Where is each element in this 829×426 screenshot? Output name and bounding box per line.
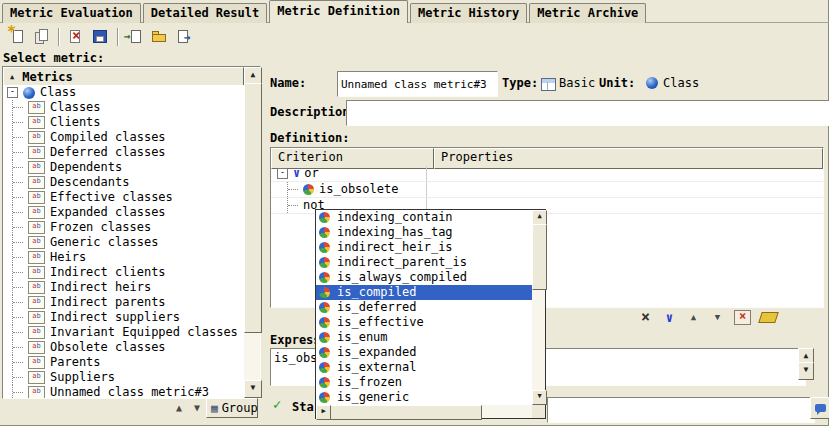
criterion-dropdown-list: indexing_containindexing_has_tagindirect… bbox=[316, 210, 532, 405]
tree-connector bbox=[12, 220, 25, 235]
tree-item[interactable]: Indirect heirs bbox=[3, 280, 244, 295]
save-metric-button[interactable] bbox=[88, 26, 113, 48]
scroll-right-icon[interactable]: ▶ bbox=[316, 405, 331, 420]
tree-item[interactable]: Classes bbox=[3, 100, 244, 115]
open-metrics-button[interactable] bbox=[147, 26, 172, 48]
dropdown-item[interactable]: is_frozen bbox=[316, 375, 532, 390]
tree-item[interactable]: Descendants bbox=[3, 175, 244, 190]
dropdown-item-label: is_generic bbox=[337, 390, 409, 405]
scroll-up-icon[interactable]: ▲ bbox=[532, 210, 547, 225]
scroll-thumb[interactable] bbox=[244, 83, 262, 333]
tree-item[interactable]: Frozen classes bbox=[3, 220, 244, 235]
dropdown-item[interactable]: indirect_heir_is bbox=[316, 240, 532, 255]
swap-button[interactable] bbox=[638, 309, 653, 326]
metric-icon bbox=[28, 281, 45, 294]
tree-item-class[interactable]: -Class bbox=[3, 85, 244, 100]
dropdown-item[interactable]: is_external bbox=[316, 360, 532, 375]
metric-tree-header[interactable]: ▲ Metrics bbox=[3, 67, 244, 87]
move-up-button[interactable] bbox=[686, 309, 701, 326]
criterion-icon bbox=[319, 287, 330, 298]
delete-button[interactable] bbox=[734, 310, 751, 325]
tree-item-label: Dependents bbox=[50, 160, 122, 175]
criterion-icon bbox=[319, 347, 330, 358]
tree-item[interactable]: Indirect suppliers bbox=[3, 310, 244, 325]
tree-item[interactable]: Indirect parents bbox=[3, 295, 244, 310]
tree-item[interactable]: Clients bbox=[3, 115, 244, 130]
definition-row[interactable]: -∨or bbox=[271, 166, 823, 182]
tree-item[interactable]: Obsolete classes bbox=[3, 340, 244, 355]
tree-item[interactable]: Unnamed class metric#3 bbox=[3, 385, 244, 398]
move-down-button[interactable] bbox=[710, 309, 725, 326]
dropdown-vertical-scrollbar[interactable]: ▲ ▼ bbox=[532, 210, 545, 405]
tree-item[interactable]: Parents bbox=[3, 355, 244, 370]
group-button[interactable]: ▦ Group bbox=[206, 398, 258, 418]
tree-item[interactable]: Generic classes bbox=[3, 235, 244, 250]
grid-icon: ▦ bbox=[211, 403, 218, 414]
dropdown-item[interactable]: indirect_parent_is bbox=[316, 255, 532, 270]
dropdown-item[interactable]: indexing_contain bbox=[316, 210, 532, 225]
tree-item-label: Deferred classes bbox=[50, 145, 166, 160]
criterion-icon bbox=[319, 212, 330, 223]
eraser-button[interactable] bbox=[758, 312, 779, 323]
definition-row[interactable]: is_obsolete bbox=[271, 182, 823, 198]
or-button[interactable] bbox=[662, 309, 677, 326]
tab-metric-history[interactable]: Metric History bbox=[410, 3, 527, 23]
or-operator-icon: ∨ bbox=[293, 166, 300, 181]
dropdown-horizontal-scrollbar[interactable]: ◀ ▶ bbox=[316, 405, 532, 418]
unit-label: Unit: bbox=[599, 76, 635, 91]
tree-item[interactable]: Dependents bbox=[3, 160, 244, 175]
scroll-down-icon[interactable]: ▼ bbox=[532, 390, 547, 405]
tab-metric-definition[interactable]: Metric Definition bbox=[269, 0, 408, 23]
dropdown-item-label: is_deferred bbox=[337, 300, 416, 315]
dropdown-item[interactable]: indexing_has_tag bbox=[316, 225, 532, 240]
criterion-dropdown: indexing_containindexing_has_tagindirect… bbox=[315, 209, 546, 419]
metric-tree-scrollbar[interactable]: ▲ ▼ bbox=[244, 67, 260, 398]
tree-item[interactable]: Suppliers bbox=[3, 370, 244, 385]
scroll-thumb[interactable] bbox=[532, 224, 547, 290]
name-input[interactable] bbox=[337, 71, 498, 97]
copy-metric-button[interactable] bbox=[29, 26, 54, 48]
tab-metric-archive[interactable]: Metric Archive bbox=[529, 3, 646, 23]
tab-detailed-result[interactable]: Detailed Result bbox=[143, 3, 267, 23]
import-metrics-button[interactable] bbox=[122, 26, 147, 48]
tab-metric-evaluation[interactable]: Metric Evaluation bbox=[2, 3, 141, 23]
tree-item-label: Compiled classes bbox=[50, 130, 166, 145]
tree-item[interactable]: Indirect clients bbox=[3, 265, 244, 280]
description-input[interactable] bbox=[346, 100, 829, 126]
scroll-down-icon[interactable]: ▼ bbox=[798, 362, 814, 380]
collapse-icon[interactable]: - bbox=[7, 87, 18, 98]
comment-button[interactable] bbox=[810, 397, 829, 419]
move-metric-down-button[interactable]: ▼ bbox=[189, 400, 205, 416]
name-label: Name: bbox=[270, 76, 306, 91]
tree-item[interactable]: Expanded classes bbox=[3, 205, 244, 220]
delete-metric-button[interactable] bbox=[63, 26, 88, 48]
new-metric-button[interactable] bbox=[4, 26, 29, 48]
status-input[interactable] bbox=[547, 397, 815, 423]
move-metric-up-button[interactable]: ▲ bbox=[171, 400, 187, 416]
dropdown-item[interactable]: is_expanded bbox=[316, 345, 532, 360]
tree-item[interactable]: Deferred classes bbox=[3, 145, 244, 160]
export-metrics-button[interactable] bbox=[172, 26, 197, 48]
dropdown-item[interactable]: is_compiled bbox=[316, 285, 532, 300]
dropdown-item-label: indirect_parent_is bbox=[337, 255, 467, 270]
tree-item[interactable]: Invariant Equipped classes bbox=[3, 325, 244, 340]
tree-item[interactable]: Heirs bbox=[3, 250, 244, 265]
tree-connector bbox=[12, 130, 25, 145]
collapse-icon[interactable]: - bbox=[277, 168, 288, 179]
new-metric-icon bbox=[8, 29, 25, 45]
scroll-down-icon[interactable]: ▼ bbox=[244, 380, 262, 398]
tree-item[interactable]: Compiled classes bbox=[3, 130, 244, 145]
dropdown-item[interactable]: is_effective bbox=[316, 315, 532, 330]
tree-connector bbox=[12, 205, 25, 220]
metric-icon bbox=[28, 236, 45, 249]
description-label: Description: bbox=[270, 105, 357, 120]
scroll-thumb[interactable] bbox=[330, 405, 482, 420]
expression-scrollbar[interactable]: ▲ ▼ bbox=[798, 348, 812, 380]
dropdown-item[interactable]: is_generic bbox=[316, 390, 532, 405]
dropdown-item[interactable]: is_always_compiled bbox=[316, 270, 532, 285]
tree-item[interactable]: Effective classes bbox=[3, 190, 244, 205]
dropdown-item[interactable]: is_deferred bbox=[316, 300, 532, 315]
dropdown-item[interactable]: is_enum bbox=[316, 330, 532, 345]
dropdown-item-label: is_compiled bbox=[337, 285, 416, 300]
tree-connector bbox=[12, 325, 25, 340]
